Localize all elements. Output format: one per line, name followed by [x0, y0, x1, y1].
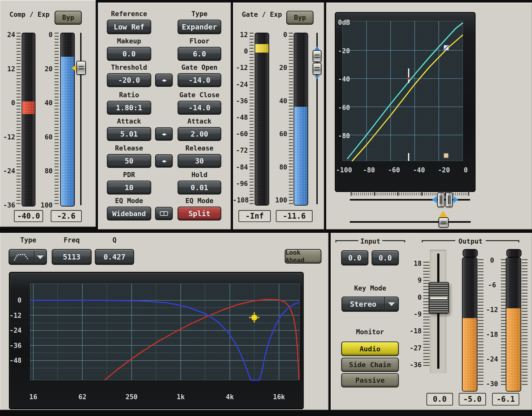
chevron-down-icon[interactable] [37, 255, 44, 259]
scale-label: -36 [1, 202, 15, 209]
axis-label: -12 [10, 312, 22, 319]
gate-attack-value[interactable]: 2.00 [178, 127, 221, 141]
output-fader-handle[interactable] [429, 282, 449, 314]
fader-readout[interactable]: 0.0 [426, 393, 453, 406]
key-mode-label: Key Mode [349, 285, 392, 292]
ratio-value[interactable]: 1.80:1 [107, 101, 151, 115]
comp-threshold-slider[interactable] [76, 61, 86, 75]
axis-label: 4k [220, 394, 239, 400]
scale-label: -30 [484, 381, 500, 387]
eq-graph [9, 272, 304, 409]
comp-level-meter [60, 33, 75, 207]
scale-label: -60 [233, 131, 248, 138]
scale-label: -36 [409, 362, 422, 368]
key-mode-value: Stereo [342, 300, 384, 308]
range-handle-left[interactable] [437, 192, 444, 207]
scale-label: 18 [409, 260, 422, 267]
input-left-value[interactable]: 0.0 [341, 250, 368, 266]
chevron-down-icon[interactable] [388, 302, 395, 306]
makeup-slider-handle[interactable] [438, 217, 449, 227]
scale-label: 12 [233, 31, 248, 38]
input-right-value[interactable]: 0.0 [372, 250, 399, 266]
scale-label: 40 [39, 99, 53, 106]
hold-value[interactable]: 0.01 [178, 181, 221, 195]
fader-ticks [423, 262, 430, 368]
gate-lower-arrow [315, 75, 320, 79]
scale-label: -24 [233, 81, 248, 88]
makeup-slider-arrow [439, 211, 448, 217]
scale-label: 60 [273, 131, 287, 138]
axis-label: -20 [435, 167, 453, 174]
gate-upper-arrow [315, 46, 320, 50]
monitor-audio-button[interactable]: Audio [341, 342, 399, 356]
eq-control-point[interactable] [249, 312, 259, 323]
gate-open-meter [294, 33, 308, 206]
scale-label: 40 [273, 98, 287, 105]
axis-label: -40 [338, 76, 354, 83]
comp-release-value[interactable]: 50 [107, 154, 151, 168]
comp-eq-mode-button[interactable]: Wideband [107, 207, 151, 221]
scale-label: -36 [233, 98, 248, 105]
ratio-label: Ratio [107, 91, 151, 99]
gate-bypass-button[interactable]: Byp [286, 11, 314, 25]
axis-label: -36 [10, 342, 22, 349]
eq-mode-link-button[interactable] [155, 207, 173, 220]
gate-eq-mode-button[interactable]: Split [178, 207, 221, 221]
scale-label: -9 [409, 311, 422, 318]
makeup-slider-track[interactable] [350, 221, 471, 223]
release-link-button[interactable]: ◀▶ [155, 154, 173, 168]
makeup-value[interactable]: 0.0 [107, 47, 151, 61]
eq-type-button[interactable] [9, 249, 47, 265]
eq-q-value[interactable]: 0.427 [95, 249, 134, 265]
axis-label: -80 [338, 132, 354, 139]
threshold-link-button[interactable]: ◀▶ [155, 74, 173, 87]
scale-label: 24 [1, 31, 15, 38]
output-bracket-right [486, 240, 519, 242]
look-ahead-button[interactable]: Look Ahead [285, 249, 321, 264]
scale-label: -12 [1, 134, 15, 141]
tick-strip [250, 33, 254, 204]
reference-label: Reference [107, 10, 151, 18]
gate-close-slider[interactable] [313, 63, 321, 75]
gate-release-value[interactable]: 30 [178, 154, 221, 168]
pdr-value[interactable]: 10 [107, 181, 151, 195]
reference-button[interactable]: Low Ref [107, 20, 151, 34]
scale-label: 0 [409, 294, 422, 301]
meter-texture [463, 258, 477, 391]
comp-bypass-button[interactable]: Byp [55, 11, 82, 25]
makeup-label: Makeup [107, 37, 151, 45]
meter-texture [255, 33, 269, 205]
attack-link-button[interactable]: ◀▶ [155, 127, 173, 141]
comp-threshold-rail[interactable] [80, 33, 81, 205]
axis-label: -20 [338, 48, 354, 54]
axis-label: 250 [122, 394, 141, 400]
gate-open-label: Gate Open [177, 64, 222, 71]
input-bracket-left [335, 240, 358, 242]
scale-label: -12 [484, 306, 500, 313]
transfer-x-labels: -100 -80 -60 -40 -20 0 [335, 167, 472, 175]
scale-label: -27 [409, 345, 422, 352]
meter-right-readout: -6.1 [492, 393, 519, 406]
meter-texture [506, 258, 521, 391]
gate-close-value[interactable]: -14.0 [178, 101, 221, 115]
gate-open-slider[interactable] [313, 50, 321, 62]
eq-q-label: Q [95, 236, 134, 244]
monitor-passive-button[interactable]: Passive [341, 373, 399, 387]
scale-label: -108 [233, 197, 248, 204]
floor-value[interactable]: 6.0 [178, 47, 221, 61]
plugin-window: Comp / Exp Byp 24 12 0 -12 -24 -36 0 20 … [0, 0, 532, 416]
monitor-side-chain-button[interactable]: Side Chain [341, 358, 399, 372]
key-mode-dropdown[interactable]: Stereo [341, 297, 399, 312]
button-divider [34, 251, 35, 263]
range-handle-right[interactable] [445, 192, 453, 207]
type-button[interactable]: Expander [178, 20, 221, 34]
gate-handle[interactable] [444, 153, 448, 158]
comp-attack-value[interactable]: 5.01 [107, 127, 151, 141]
tick-strip [478, 259, 483, 386]
threshold-value[interactable]: -20.0 [107, 73, 151, 87]
threshold-marker-dot [408, 77, 410, 80]
tick-strip [55, 33, 59, 205]
eq-freq-value[interactable]: 5113 [52, 249, 92, 265]
gate-close-label: Gate Close [176, 91, 223, 99]
gate-open-value[interactable]: -14.0 [178, 73, 221, 87]
